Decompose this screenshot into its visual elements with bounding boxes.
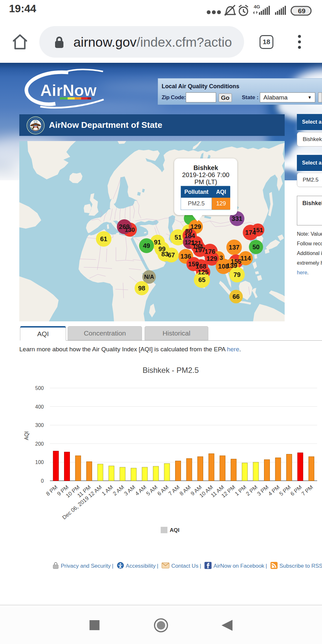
svg-text:51: 51 [175,234,182,241]
svg-text:4G: 4G [254,4,260,9]
svg-text:83: 83 [161,251,168,258]
svg-text:0: 0 [41,478,44,484]
svg-text:3: 3 [220,254,223,261]
svg-text:5 AM: 5 AM [145,484,159,497]
svg-text:2 AM: 2 AM [112,484,125,497]
svg-text:5 PM: 5 PM [278,484,292,497]
svg-text:66: 66 [232,293,240,300]
svg-text:6 PM: 6 PM [289,484,303,497]
svg-text:49: 49 [143,242,150,249]
svg-text:7 PM: 7 PM [300,484,314,497]
svg-text:79: 79 [233,271,241,278]
svg-text:129: 129 [190,223,201,230]
svg-text:300: 300 [35,422,44,428]
svg-text:98: 98 [138,285,145,292]
svg-text:AQI: AQI [24,431,29,440]
svg-text:151: 151 [253,227,263,233]
svg-text:200: 200 [35,441,44,447]
svg-text:1 PM: 1 PM [234,484,248,497]
svg-text:2 PM: 2 PM [245,484,259,497]
svg-text:3 AM: 3 AM [123,484,137,497]
svg-text:4 AM: 4 AM [134,484,147,497]
svg-text:91: 91 [154,239,161,246]
svg-text:176: 176 [204,248,215,255]
svg-text:3 PM: 3 PM [256,484,270,497]
svg-text:500: 500 [35,385,44,391]
svg-text:AirNow: AirNow [40,81,97,99]
svg-text:61: 61 [100,235,107,242]
svg-text:139: 139 [226,262,237,269]
svg-text:65: 65 [198,276,205,283]
svg-text:8 PM: 8 PM [45,484,59,497]
svg-text:50: 50 [252,243,260,251]
svg-text:136: 136 [180,253,191,260]
svg-text:400: 400 [35,404,44,410]
svg-text:269: 269 [119,223,129,230]
svg-text:AQI: AQI [170,527,179,533]
svg-text:114: 114 [241,255,251,262]
svg-text:137: 137 [229,244,239,251]
svg-text:8 AM: 8 AM [178,484,192,497]
svg-text:Bishkek - PM2.5: Bishkek - PM2.5 [143,366,199,374]
svg-text:1 AM: 1 AM [101,484,114,497]
svg-text:184: 184 [184,232,195,239]
svg-text:6 AM: 6 AM [156,484,170,497]
svg-text:7 AM: 7 AM [167,484,181,497]
svg-text:125: 125 [198,269,208,276]
svg-text:100: 100 [35,459,44,465]
svg-text:197: 197 [194,246,205,253]
svg-text:67: 67 [168,251,175,259]
svg-text:331: 331 [232,215,242,222]
svg-text:69: 69 [298,7,305,14]
svg-text:129: 129 [206,255,217,262]
svg-text:4 PM: 4 PM [267,484,281,497]
svg-text:N/A: N/A [144,274,154,280]
